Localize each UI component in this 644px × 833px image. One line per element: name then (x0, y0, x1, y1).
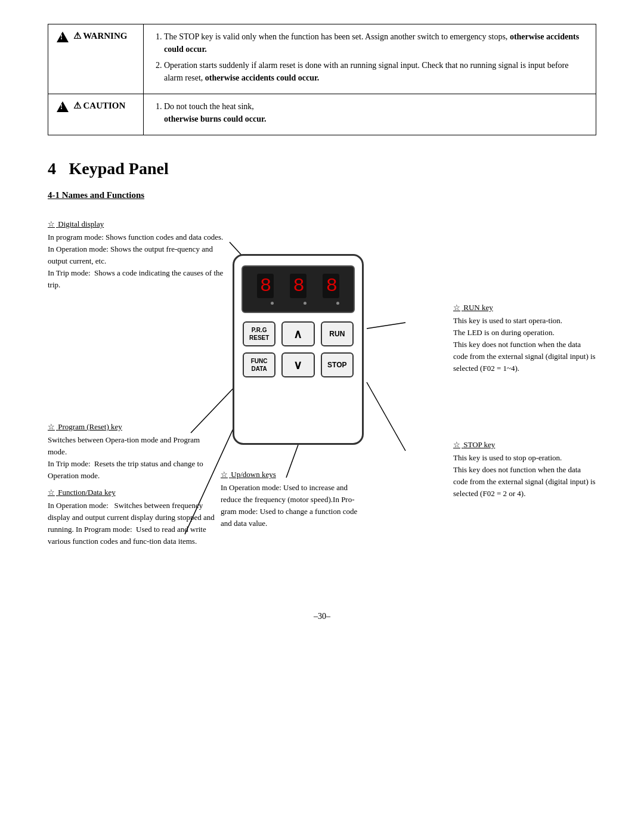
down-button[interactable]: ∨ (281, 352, 314, 377)
warning-triangle-icon (57, 32, 69, 42)
star-icon-6: ☆ (221, 470, 228, 479)
prg-reset-button[interactable]: P.R.GRESET (243, 321, 275, 346)
warning-item-2: Operation starts suddenly if alarm reset… (164, 59, 587, 84)
run-button[interactable]: RUN (321, 321, 354, 346)
keypad-panel: 8 8 8 P.R.GRESET ∧ RUN (233, 254, 364, 445)
warning-caution-table: ⚠ WARNING The STOP key is valid only whe… (48, 24, 596, 135)
subsection-heading: 4-1 Names and Functions (48, 190, 596, 200)
warning-item-1: The STOP key is valid only when the func… (164, 30, 587, 55)
caution-item-1: Do not touch the heat sink, otherwise bu… (164, 100, 587, 125)
down-icon: ∨ (293, 358, 302, 372)
program-reset-text: Switches between Opera-tion mode and Pro… (48, 434, 209, 482)
function-data-title: ☆ Function/Data key (48, 487, 218, 498)
section-title: Keypad Panel (69, 159, 169, 178)
warning-label: ⚠ WARNING (48, 24, 144, 94)
warning-content: The STOP key is valid only when the func… (144, 24, 596, 94)
segment-digit-2: 8 (290, 274, 306, 298)
digit-group-1: 8 (257, 274, 274, 305)
stop-label: STOP (327, 361, 346, 369)
segment-dot-2 (304, 302, 306, 305)
segment-dot-3 (336, 302, 339, 305)
page-number: –30– (48, 612, 596, 621)
stop-key-text: This key is used to stop op-eration. Thi… (453, 452, 596, 500)
function-data-annotation: ☆ Function/Data key In Operation mode: S… (48, 487, 218, 547)
button-row-1: P.R.GRESET ∧ RUN (243, 321, 354, 346)
digital-display-title: ☆ Digital display (48, 218, 227, 230)
section-number: 4 (48, 159, 56, 178)
caution-text: ⚠ CAUTION (73, 101, 126, 110)
svg-line-3 (367, 323, 405, 329)
func-data-label: FUNCDATA (251, 357, 268, 373)
digital-display-text: In program mode: Shows function codes an… (48, 231, 227, 292)
digital-display: 8 8 8 (242, 265, 355, 313)
svg-line-4 (367, 382, 405, 451)
program-reset-annotation: ☆ Program (Reset) key Switches between O… (48, 421, 209, 482)
stop-key-annotation: ☆ STOP key This key is used to stop op-e… (453, 439, 596, 500)
segment-digit-3: 8 (323, 274, 339, 298)
updown-keys-title: ☆ Up/down keys (221, 469, 364, 481)
segment-digit-1: 8 (257, 274, 274, 298)
updown-keys-annotation: ☆ Up/down keys In Operation mode: Used t… (221, 469, 364, 529)
function-data-text: In Operation mode: Switches between freq… (48, 500, 218, 548)
program-reset-title: ☆ Program (Reset) key (48, 421, 209, 433)
digital-display-annotation: ☆ Digital display In program mode: Shows… (48, 218, 227, 291)
warning-bold-1: otherwise accidents could occur. (164, 32, 579, 54)
warning-bold-2: otherwise accidents could occur. (205, 73, 320, 82)
run-key-text: This key is used to start opera-tion. Th… (453, 315, 596, 375)
up-button[interactable]: ∧ (281, 321, 314, 346)
button-row-2: FUNCDATA ∨ STOP (243, 352, 354, 377)
up-icon: ∧ (293, 327, 302, 341)
digit-group-2: 8 (290, 274, 306, 305)
run-label: RUN (329, 330, 345, 338)
stop-button[interactable]: STOP (321, 352, 354, 377)
segment-dot-1 (271, 302, 274, 305)
stop-key-title: ☆ STOP key (453, 439, 596, 451)
star-icon-4: ☆ (453, 303, 460, 312)
section-heading-block: 4 Keypad Panel (48, 159, 596, 178)
func-data-button[interactable]: FUNCDATA (243, 352, 275, 377)
prg-reset-label: P.R.GRESET (249, 326, 269, 342)
run-key-title: ☆ RUN key (453, 302, 596, 314)
run-key-annotation: ☆ RUN key This key is used to start oper… (453, 302, 596, 374)
caution-bold-1: otherwise burns could occur. (164, 114, 266, 123)
caution-label: ⚠ CAUTION (48, 94, 144, 135)
digit-group-3: 8 (323, 274, 339, 305)
star-icon-1: ☆ (48, 219, 55, 228)
star-icon-3: ☆ (48, 488, 55, 497)
caution-triangle-icon (57, 101, 69, 112)
star-icon-5: ☆ (453, 440, 460, 449)
star-icon-2: ☆ (48, 422, 55, 431)
warning-text: ⚠ WARNING (73, 31, 128, 41)
updown-keys-text: In Operation mode: Used to increase and … (221, 482, 364, 530)
keypad-diagram-area: ☆ Digital display In program mode: Shows… (48, 218, 596, 588)
caution-content: Do not touch the heat sink, otherwise bu… (144, 94, 596, 135)
